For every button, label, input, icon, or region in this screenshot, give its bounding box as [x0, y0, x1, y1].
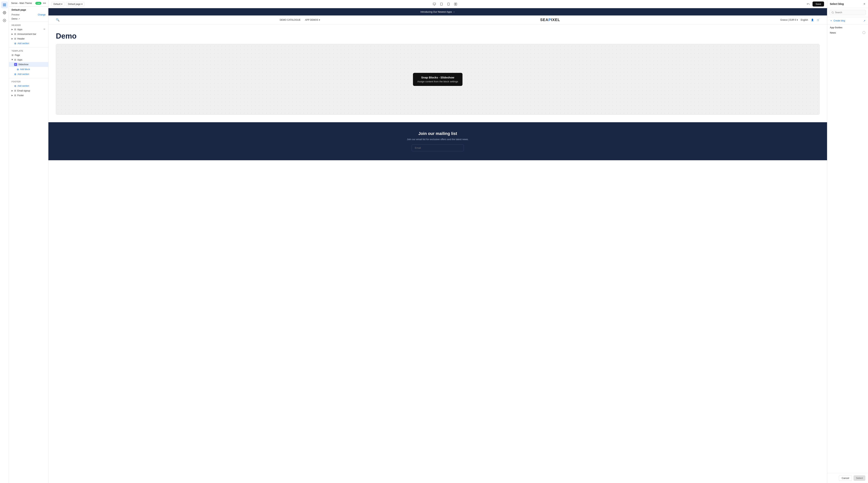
add-block-plus-icon: ⊕	[17, 68, 19, 71]
sidebar-item-apps[interactable]: ▶ ⊞ Apps 👁	[9, 27, 48, 32]
live-badge: Live	[35, 2, 41, 5]
slideshow-app-icon: A	[14, 63, 17, 66]
apps-grid-icon: ⊞	[14, 28, 16, 31]
template-section-group: Template ⊞ Page ▶ ⊞ Apps A Slideshow ⊕	[9, 47, 48, 78]
sidebar-item-header[interactable]: ▶ ⊞ Header	[9, 36, 48, 41]
add-section-header-plus-icon: ⊕	[14, 42, 17, 45]
default-page-chevron-icon: ▾	[81, 3, 83, 5]
eye-icon[interactable]: 👁	[43, 28, 45, 31]
sidebar-item-announcement-bar[interactable]: ▶ ⊞ Announcement bar	[9, 32, 48, 36]
page-label: Page	[15, 54, 20, 56]
apps-template-chevron-icon: ▶	[11, 59, 13, 61]
search-input-wrapper	[830, 10, 866, 15]
left-sidebar: Sense - Main Theme Live ••• Default page…	[9, 0, 49, 483]
apps-template-grid-icon: ⊞	[14, 58, 16, 61]
more-menu-button[interactable]: •••	[43, 1, 46, 5]
right-panel-search	[827, 8, 868, 17]
footer-label: Footer	[17, 94, 24, 97]
announcement-bar-label: Announcement bar	[17, 33, 36, 35]
page-heading: Demo	[56, 32, 819, 40]
site-nav: 🔍 DEMO CATALOGUE APP DEMOS ▾ SEAPIXEL Gr…	[49, 16, 827, 24]
site-account-icon[interactable]: 👤	[811, 19, 814, 21]
right-panel-header: Select blog ×	[827, 0, 868, 8]
header-section-group: Header ▶ ⊞ Apps 👁 ▶ ⊞ Announcement bar ▶…	[9, 22, 48, 47]
close-panel-button[interactable]: ×	[863, 2, 865, 6]
left-nav-icons	[0, 0, 9, 483]
preview-frame: Introducing Our Newest Apps → 🔍 DEMO CAT…	[49, 8, 827, 483]
create-blog-external-icon: ↗	[863, 19, 865, 22]
header-grid-icon: ⊞	[14, 37, 16, 40]
add-section-template-label: Add section	[18, 73, 29, 76]
blog-item-news-radio[interactable]	[862, 31, 865, 34]
change-preview-button[interactable]: Change	[38, 13, 45, 16]
add-section-footer-plus-icon: ⊕	[14, 84, 17, 87]
right-panel-section-title: App Guides	[827, 24, 868, 30]
nav-icon-sections[interactable]	[1, 1, 8, 8]
split-view-button[interactable]	[453, 1, 458, 7]
cancel-button[interactable]: Cancel	[839, 475, 852, 481]
svg-rect-1	[5, 3, 6, 4]
default-dropdown-button[interactable]: Default ▾	[52, 2, 64, 6]
svg-rect-3	[5, 5, 6, 6]
blog-item-news[interactable]: News	[827, 30, 868, 36]
nav-link-demo-catalogue[interactable]: DEMO CATALOGUE	[280, 19, 301, 21]
header-group-label: Header	[9, 23, 48, 27]
email-signup-label: Email signup	[17, 89, 30, 92]
preview-label: Preview	[11, 13, 20, 16]
apps-template-label: Apps	[17, 58, 22, 61]
add-section-footer-button[interactable]: ⊕ Add section	[9, 84, 48, 88]
template-group-label: Template	[9, 49, 48, 53]
add-section-header-button[interactable]: ⊕ Add section	[9, 41, 48, 46]
right-panel: Select blog × ＋ Create blog ↗ App Guides…	[827, 0, 868, 483]
email-signup-grid-icon: ⊞	[14, 89, 16, 92]
sidebar-item-page[interactable]: ⊞ Page	[9, 53, 48, 57]
main-topbar: Default ▾ Default page ▾	[49, 0, 827, 8]
topbar-center	[87, 1, 803, 7]
site-language[interactable]: English	[801, 19, 808, 21]
svg-rect-14	[456, 3, 457, 5]
sidebar-item-email-signup[interactable]: ▶ ⊞ Email signup	[9, 88, 48, 93]
header-chevron-icon: ▶	[11, 38, 13, 40]
search-icon	[832, 11, 834, 14]
nav-icon-settings[interactable]	[1, 9, 8, 16]
add-section-template-button[interactable]: ⊕ Add section	[9, 72, 48, 77]
create-blog-link[interactable]: Create blog	[834, 19, 862, 22]
undo-button[interactable]	[805, 1, 811, 7]
sidebar-item-footer[interactable]: ▶ ⊞ Footer	[9, 93, 48, 97]
sidebar-content: Default page Preview Change Demo ↗ Heade…	[9, 6, 48, 483]
sidebar-item-slideshow[interactable]: A Slideshow	[9, 62, 48, 67]
footer-section: Join our mailing list Join our email lis…	[49, 122, 827, 160]
footer-email-input[interactable]	[412, 144, 464, 151]
site-search-icon[interactable]: 🔍	[56, 18, 60, 22]
nav-icon-apps[interactable]	[1, 17, 8, 24]
sidebar-item-apps-template[interactable]: ▶ ⊞ Apps	[9, 57, 48, 62]
site-cart-icon[interactable]: 🛒	[817, 19, 819, 21]
add-section-template-plus-icon: ⊕	[14, 73, 17, 76]
default-page-dropdown-button[interactable]: Default page ▾	[66, 2, 85, 6]
svg-rect-2	[3, 5, 4, 6]
slideshow-placeholder: Snap Blocks - Slideshow Assign content f…	[56, 44, 819, 115]
select-button[interactable]: Select	[854, 475, 865, 481]
create-blog-plus-icon[interactable]: ＋	[830, 19, 832, 22]
topbar-left: Default ▾ Default page ▾	[52, 2, 85, 6]
slideshow-tooltip-title: Snap Blocks - Slideshow	[417, 76, 458, 79]
slideshow-tooltip-subtitle: Assign content from the block settings	[417, 80, 458, 83]
tablet-view-button[interactable]	[439, 1, 444, 7]
desktop-view-button[interactable]	[432, 1, 437, 7]
mobile-view-button[interactable]	[446, 1, 451, 7]
demo-row: Demo ↗	[9, 18, 48, 22]
add-section-header-label: Add section	[18, 42, 29, 45]
preview-row: Preview Change	[9, 12, 48, 18]
right-panel-footer: Cancel Select	[827, 473, 868, 483]
nav-link-app-demos[interactable]: APP DEMOS ▾	[305, 19, 320, 21]
add-block-button[interactable]: ⊕ Add block	[9, 67, 48, 72]
blog-search-input[interactable]	[835, 11, 864, 14]
site-nav-right: Greece | EUR € ▾ English 👤 🛒	[780, 19, 819, 21]
right-panel-actions: ＋ Create blog ↗	[827, 17, 868, 24]
svg-rect-6	[433, 3, 436, 5]
svg-rect-13	[455, 3, 456, 5]
save-button[interactable]: Save	[812, 1, 824, 6]
svg-point-4	[4, 12, 5, 13]
svg-rect-9	[440, 3, 442, 5]
svg-rect-11	[448, 3, 450, 5]
